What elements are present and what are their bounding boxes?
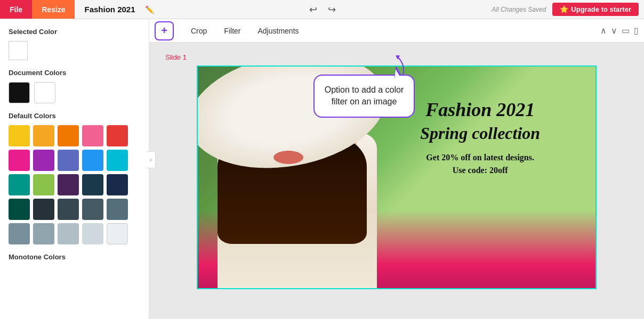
undo-button[interactable]: ↩ xyxy=(309,4,317,15)
nav-right: All Changes Saved ⭐ Upgrade to starter xyxy=(492,3,644,16)
color-indigo[interactable] xyxy=(58,150,79,171)
adjustments-button[interactable]: Adjustments xyxy=(249,23,307,38)
selected-color-swatch[interactable] xyxy=(9,41,28,60)
color-dark-green[interactable] xyxy=(9,199,30,220)
color-gray-3[interactable] xyxy=(58,223,79,244)
view-desktop-button[interactable]: ▭ xyxy=(622,26,630,36)
selected-color-title: Selected Color xyxy=(9,28,140,36)
redo-button[interactable]: ↪ xyxy=(328,4,336,15)
lips-shape xyxy=(273,151,303,164)
save-status: All Changes Saved xyxy=(492,6,546,13)
next-slide-button[interactable]: ∨ xyxy=(611,26,617,36)
doc-color-black[interactable] xyxy=(9,82,30,103)
image-toolbar: + Crop Filter Adjustments ∧ ∨ ▭ ▯ xyxy=(149,19,644,43)
color-blue[interactable] xyxy=(82,150,103,171)
fashion-subtitle: Spring collection xyxy=(385,124,576,143)
color-orange[interactable] xyxy=(58,125,79,146)
promo-line2: Use code: 20off xyxy=(453,166,508,175)
default-colors-grid xyxy=(9,125,140,244)
color-gray-2[interactable] xyxy=(33,223,54,244)
crop-button[interactable]: Crop xyxy=(182,23,215,38)
color-pink[interactable] xyxy=(82,125,103,146)
fashion-promo: Get 20% off on latest designs. Use code:… xyxy=(385,151,576,177)
edit-title-icon[interactable]: ✏️ xyxy=(145,5,154,14)
color-dark-purple[interactable] xyxy=(58,174,79,195)
promo-line1: Get 20% off on latest designs. xyxy=(426,153,534,162)
color-navy[interactable] xyxy=(107,199,128,220)
canvas-area: Slide 1 xyxy=(149,43,644,319)
view-mobile-button[interactable]: ▯ xyxy=(634,26,639,36)
color-dark-teal[interactable] xyxy=(82,174,103,195)
default-colors-title: Default Colors xyxy=(9,112,140,120)
monotone-colors-title: Monotone Colors xyxy=(9,253,140,261)
top-nav: File Resize Fashion 2021 ✏️ ↩ ↪ All Chan… xyxy=(0,0,644,19)
document-title: Fashion 2021 xyxy=(75,5,144,14)
left-panel-container: Selected Color Document Colors Default C… xyxy=(0,19,149,319)
collapse-panel-button[interactable]: ‹ xyxy=(146,151,156,168)
color-magenta[interactable] xyxy=(9,150,30,171)
color-gray-1[interactable] xyxy=(9,223,30,244)
right-area: + Crop Filter Adjustments ∧ ∨ ▭ ▯ Slide … xyxy=(149,19,644,319)
document-colors xyxy=(9,82,140,103)
color-cyan[interactable] xyxy=(107,150,128,171)
color-yellow[interactable] xyxy=(9,125,30,146)
upgrade-star-icon: ⭐ xyxy=(560,5,568,13)
color-slate[interactable] xyxy=(82,199,103,220)
left-panel: Selected Color Document Colors Default C… xyxy=(0,19,149,319)
plus-icon: + xyxy=(161,24,167,37)
color-gray-5[interactable] xyxy=(107,223,128,244)
callout-tooltip: Option to add a color filter on an image xyxy=(313,75,415,118)
color-gray-4[interactable] xyxy=(82,223,103,244)
resize-menu[interactable]: Resize xyxy=(32,0,75,19)
color-lime[interactable] xyxy=(33,174,54,195)
upgrade-button[interactable]: ⭐ Upgrade to starter xyxy=(552,3,639,16)
color-blue-gray[interactable] xyxy=(58,199,79,220)
nav-center-controls: ↩ ↪ xyxy=(154,4,492,15)
color-blue-gray-dark[interactable] xyxy=(33,199,54,220)
callout-arrow xyxy=(382,54,408,78)
color-red[interactable] xyxy=(107,125,128,146)
slide-label: Slide 1 xyxy=(165,53,187,61)
upgrade-label: Upgrade to starter xyxy=(571,5,631,13)
color-teal[interactable] xyxy=(9,174,30,195)
callout-text: Option to add a color filter on an image xyxy=(325,85,404,106)
filter-button[interactable]: Filter xyxy=(215,23,249,38)
color-amber[interactable] xyxy=(33,125,54,146)
toolbar-right-icons: ∧ ∨ ▭ ▯ xyxy=(600,26,639,36)
main-layout: Selected Color Document Colors Default C… xyxy=(0,19,644,319)
color-purple[interactable] xyxy=(33,150,54,171)
add-element-button[interactable]: + xyxy=(155,21,174,40)
file-menu[interactable]: File xyxy=(0,0,32,19)
document-colors-title: Document Colors xyxy=(9,69,140,77)
color-dark-navy[interactable] xyxy=(107,174,128,195)
doc-color-white[interactable] xyxy=(34,82,55,103)
prev-slide-button[interactable]: ∧ xyxy=(600,26,607,36)
